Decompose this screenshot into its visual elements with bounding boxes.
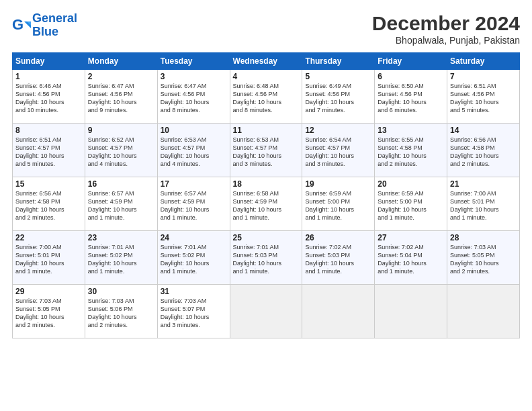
week-row-3: 15Sunrise: 6:56 AM Sunset: 4:58 PM Dayli…: [13, 177, 520, 231]
day-number: 28: [450, 233, 517, 242]
day-info: Sunrise: 6:53 AM Sunset: 4:57 PM Dayligh…: [161, 136, 227, 169]
day-number: 6: [378, 72, 444, 81]
title-block: December 2024 Bhopalwala, Punjab, Pakist…: [372, 12, 520, 46]
day-info: Sunrise: 6:55 AM Sunset: 4:58 PM Dayligh…: [378, 136, 444, 169]
day-info: Sunrise: 6:58 AM Sunset: 4:59 PM Dayligh…: [233, 189, 300, 222]
day-number: 13: [378, 126, 444, 135]
header-day-saturday: Saturday: [447, 53, 520, 70]
day-number: 18: [233, 179, 300, 189]
day-number: 15: [15, 179, 82, 189]
logo-line2: Blue: [32, 25, 58, 38]
day-cell: 27Sunrise: 7:02 AM Sunset: 5:04 PM Dayli…: [375, 231, 447, 285]
day-cell: 8Sunrise: 6:51 AM Sunset: 4:57 PM Daylig…: [13, 124, 85, 177]
svg-text:G: G: [12, 16, 24, 33]
day-info: Sunrise: 7:01 AM Sunset: 5:03 PM Dayligh…: [233, 243, 300, 276]
day-number: 22: [15, 233, 82, 242]
day-cell: 30Sunrise: 7:03 AM Sunset: 5:06 PM Dayli…: [85, 285, 157, 338]
day-number: 23: [88, 233, 154, 242]
header-day-friday: Friday: [375, 53, 447, 70]
subtitle: Bhopalwala, Punjab, Pakistan: [372, 35, 520, 46]
day-number: 10: [161, 126, 227, 135]
day-cell: 7Sunrise: 6:51 AM Sunset: 4:56 PM Daylig…: [447, 70, 520, 124]
day-number: 12: [305, 126, 371, 135]
day-cell: 12Sunrise: 6:54 AM Sunset: 4:57 PM Dayli…: [302, 124, 375, 177]
day-cell: 13Sunrise: 6:55 AM Sunset: 4:58 PM Dayli…: [375, 124, 447, 177]
day-cell: 31Sunrise: 7:03 AM Sunset: 5:07 PM Dayli…: [157, 285, 230, 338]
day-cell: 4Sunrise: 6:48 AM Sunset: 4:56 PM Daylig…: [230, 70, 302, 124]
day-cell: [375, 285, 447, 338]
day-number: 29: [15, 287, 82, 296]
day-number: 24: [161, 233, 227, 242]
header-day-monday: Monday: [85, 53, 157, 70]
day-cell: 1Sunrise: 6:46 AM Sunset: 4:56 PM Daylig…: [13, 70, 85, 124]
day-number: 25: [233, 233, 300, 242]
day-cell: 23Sunrise: 7:01 AM Sunset: 5:02 PM Dayli…: [85, 231, 157, 285]
logo-text: General Blue: [32, 12, 77, 39]
day-number: 31: [161, 287, 227, 296]
day-info: Sunrise: 6:47 AM Sunset: 4:56 PM Dayligh…: [161, 82, 227, 115]
day-cell: 5Sunrise: 6:49 AM Sunset: 4:56 PM Daylig…: [302, 70, 375, 124]
day-number: 19: [305, 179, 371, 189]
week-row-5: 29Sunrise: 7:03 AM Sunset: 5:05 PM Dayli…: [13, 285, 520, 338]
day-number: 4: [233, 72, 300, 81]
day-cell: 2Sunrise: 6:47 AM Sunset: 4:56 PM Daylig…: [85, 70, 157, 124]
day-info: Sunrise: 7:03 AM Sunset: 5:05 PM Dayligh…: [450, 243, 517, 276]
day-number: 9: [88, 126, 154, 135]
calendar-table: SundayMondayTuesdayWednesdayThursdayFrid…: [12, 52, 520, 338]
day-info: Sunrise: 6:48 AM Sunset: 4:56 PM Dayligh…: [233, 82, 300, 115]
week-row-2: 8Sunrise: 6:51 AM Sunset: 4:57 PM Daylig…: [13, 124, 520, 177]
day-info: Sunrise: 6:47 AM Sunset: 4:56 PM Dayligh…: [88, 82, 154, 115]
day-cell: 24Sunrise: 7:01 AM Sunset: 5:02 PM Dayli…: [157, 231, 230, 285]
day-number: 30: [88, 287, 154, 296]
day-info: Sunrise: 7:00 AM Sunset: 5:01 PM Dayligh…: [15, 243, 82, 276]
day-number: 26: [305, 233, 371, 242]
day-info: Sunrise: 6:59 AM Sunset: 5:00 PM Dayligh…: [378, 189, 444, 222]
day-info: Sunrise: 7:02 AM Sunset: 5:03 PM Dayligh…: [305, 243, 371, 276]
day-cell: 3Sunrise: 6:47 AM Sunset: 4:56 PM Daylig…: [157, 70, 230, 124]
header-day-wednesday: Wednesday: [230, 53, 302, 70]
day-number: 17: [161, 179, 227, 189]
day-number: 7: [450, 72, 517, 81]
day-number: 3: [161, 72, 227, 81]
header-day-thursday: Thursday: [302, 53, 375, 70]
day-cell: 19Sunrise: 6:59 AM Sunset: 5:00 PM Dayli…: [302, 177, 375, 231]
day-info: Sunrise: 7:03 AM Sunset: 5:07 PM Dayligh…: [161, 297, 227, 330]
week-row-4: 22Sunrise: 7:00 AM Sunset: 5:01 PM Dayli…: [13, 231, 520, 285]
day-info: Sunrise: 6:59 AM Sunset: 5:00 PM Dayligh…: [305, 189, 371, 222]
day-info: Sunrise: 6:52 AM Sunset: 4:57 PM Dayligh…: [88, 136, 154, 169]
day-number: 11: [233, 126, 300, 135]
day-info: Sunrise: 6:46 AM Sunset: 4:56 PM Dayligh…: [15, 82, 82, 115]
day-info: Sunrise: 7:02 AM Sunset: 5:04 PM Dayligh…: [378, 243, 444, 276]
day-info: Sunrise: 6:53 AM Sunset: 4:57 PM Dayligh…: [233, 136, 300, 169]
week-row-1: 1Sunrise: 6:46 AM Sunset: 4:56 PM Daylig…: [13, 70, 520, 124]
calendar-header-row: SundayMondayTuesdayWednesdayThursdayFrid…: [13, 53, 520, 70]
day-cell: 9Sunrise: 6:52 AM Sunset: 4:57 PM Daylig…: [85, 124, 157, 177]
day-number: 5: [305, 72, 371, 81]
day-cell: 14Sunrise: 6:56 AM Sunset: 4:58 PM Dayli…: [447, 124, 520, 177]
logo: G General Blue: [12, 12, 77, 39]
header: G General Blue December 2024 Bhopalwala,…: [12, 12, 520, 46]
logo-icon: G: [12, 16, 31, 35]
day-info: Sunrise: 7:00 AM Sunset: 5:01 PM Dayligh…: [450, 189, 517, 222]
day-cell: 26Sunrise: 7:02 AM Sunset: 5:03 PM Dayli…: [302, 231, 375, 285]
day-cell: 21Sunrise: 7:00 AM Sunset: 5:01 PM Dayli…: [447, 177, 520, 231]
day-number: 2: [88, 72, 154, 81]
day-info: Sunrise: 6:54 AM Sunset: 4:57 PM Dayligh…: [305, 136, 371, 169]
day-cell: 29Sunrise: 7:03 AM Sunset: 5:05 PM Dayli…: [13, 285, 85, 338]
day-info: Sunrise: 6:49 AM Sunset: 4:56 PM Dayligh…: [305, 82, 371, 115]
day-cell: 10Sunrise: 6:53 AM Sunset: 4:57 PM Dayli…: [157, 124, 230, 177]
day-info: Sunrise: 6:50 AM Sunset: 4:56 PM Dayligh…: [378, 82, 444, 115]
day-info: Sunrise: 6:56 AM Sunset: 4:58 PM Dayligh…: [15, 189, 82, 222]
day-number: 21: [450, 179, 517, 189]
day-cell: [230, 285, 302, 338]
day-cell: 17Sunrise: 6:57 AM Sunset: 4:59 PM Dayli…: [157, 177, 230, 231]
day-info: Sunrise: 6:57 AM Sunset: 4:59 PM Dayligh…: [88, 189, 154, 222]
day-info: Sunrise: 6:51 AM Sunset: 4:57 PM Dayligh…: [15, 136, 82, 169]
logo-line1: General: [32, 11, 77, 25]
main-title: December 2024: [372, 12, 520, 35]
day-number: 27: [378, 233, 444, 242]
day-info: Sunrise: 6:51 AM Sunset: 4:56 PM Dayligh…: [450, 82, 517, 115]
day-cell: [447, 285, 520, 338]
day-cell: 16Sunrise: 6:57 AM Sunset: 4:59 PM Dayli…: [85, 177, 157, 231]
day-cell: 18Sunrise: 6:58 AM Sunset: 4:59 PM Dayli…: [230, 177, 302, 231]
